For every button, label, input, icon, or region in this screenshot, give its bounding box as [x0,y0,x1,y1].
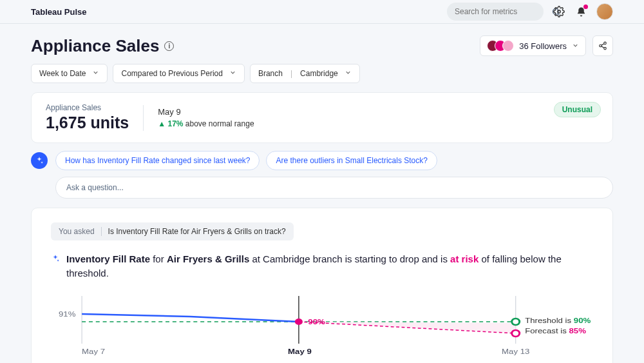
metric-value: 1,675 units [46,113,129,132]
filter-separator: | [290,69,292,78]
svg-point-13 [295,319,303,325]
svg-text:90%: 90% [308,318,325,326]
page-title-text: Appliance Sales [31,36,159,56]
followers-button[interactable]: 36 Followers [480,35,586,56]
svg-point-4 [600,44,602,47]
svg-text:May 9: May 9 [288,348,312,356]
branch-filter[interactable]: Branch | Cambridge [250,64,360,83]
svg-text:May 13: May 13 [502,348,530,356]
chevron-down-icon [345,69,352,78]
metric-delta: ▲ 17% above normal range [158,119,254,128]
suggestion-chip[interactable]: How has Inventory Fill Rate changed sinc… [55,151,260,170]
compare-filter-label: Compared to Previous Period [121,69,222,78]
chevron-down-icon [92,69,99,78]
compare-filter[interactable]: Compared to Previous Period [113,64,244,83]
search-input[interactable] [455,7,551,16]
divider [101,227,102,236]
chart: 91% 90% May 7 May 9 May 13 Threshold is … [51,291,593,359]
sparkle-icon [51,254,60,265]
bell-icon[interactable] [574,5,587,18]
metric-label: Appliance Sales [46,103,129,112]
notification-dot [583,5,588,9]
chevron-down-icon [572,41,579,51]
svg-text:May 7: May 7 [82,348,105,356]
branch-filter-label: Branch [258,69,283,78]
svg-point-15 [512,330,520,337]
brand: Tableau Pulse [31,7,86,17]
period-filter-label: Week to Date [39,69,86,78]
gear-icon[interactable] [553,5,565,18]
svg-line-7 [601,46,604,48]
svg-point-2 [558,10,561,14]
insight-text: Inventory Fill Rate for Air Fryers & Gri… [66,252,593,280]
metric-date: May 9 [158,107,254,117]
user-avatar[interactable] [596,3,613,20]
info-icon[interactable]: i [164,41,174,51]
svg-text:Threshold is 90%: Threshold is 90% [525,317,591,325]
chevron-down-icon [229,69,236,78]
ask-input[interactable]: Ask a question... [55,177,613,199]
svg-line-6 [601,44,604,45]
page-title: Appliance Sales i [31,36,174,56]
you-asked-question: Is Inventory Fill Rate for Air Fryers & … [108,227,286,236]
period-filter[interactable]: Week to Date [31,64,108,83]
search-box[interactable] [447,3,544,21]
svg-point-14 [512,319,520,325]
svg-point-5 [604,47,607,50]
status-badge: Unusual [554,102,601,117]
follower-avatars [487,40,514,52]
share-button[interactable] [592,35,613,56]
ai-sparkle-icon[interactable] [31,152,48,169]
svg-text:Forecast is 85%: Forecast is 85% [525,327,586,335]
you-asked-pill: You asked Is Inventory Fill Rate for Air… [51,222,294,240]
insight-card: You asked Is Inventory Fill Rate for Air… [31,208,613,363]
suggestion-chip[interactable]: Are there outliers in Small Electricals … [266,151,437,170]
metric-card: Appliance Sales 1,675 units May 9 ▲ 17% … [31,92,613,143]
branch-filter-value: Cambridge [300,69,338,78]
svg-text:91%: 91% [59,310,76,319]
svg-point-3 [604,42,607,44]
you-asked-label: You asked [59,227,95,236]
followers-count: 36 Followers [519,41,567,51]
